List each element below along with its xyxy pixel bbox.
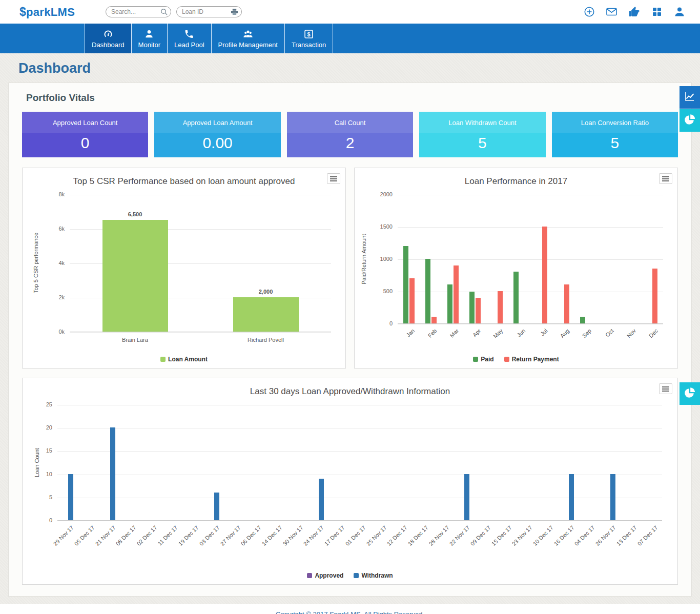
x-axis-label: 08 Dec 17 bbox=[115, 524, 137, 547]
grid-line bbox=[398, 227, 663, 228]
x-axis-label: 01 Dec 17 bbox=[344, 524, 367, 547]
search-icon[interactable] bbox=[160, 8, 168, 17]
x-axis-label: 02 Dec 17 bbox=[136, 524, 158, 547]
stat-value: 0.00 bbox=[154, 133, 280, 157]
loan-id-box bbox=[176, 6, 242, 17]
grid-line bbox=[398, 259, 663, 260]
x-axis-label: Jan bbox=[405, 328, 416, 338]
line-chart-icon bbox=[684, 90, 696, 105]
tab-profile-management[interactable]: Profile Management bbox=[212, 24, 285, 53]
legend-item[interactable]: Return Payment bbox=[504, 356, 559, 363]
x-axis-label: Aug bbox=[559, 328, 570, 339]
chart-title: Top 5 CSR Performance based on loan amou… bbox=[49, 176, 319, 187]
x-axis-label: 18 Dec 17 bbox=[407, 524, 429, 547]
chart-legend: ApprovedWithdrawn bbox=[29, 569, 671, 579]
csr-performance-chart: Top 5 CSR Performance based on loan amou… bbox=[22, 168, 346, 369]
chart-context-menu-button[interactable] bbox=[659, 173, 672, 184]
chart-legend: PaidReturn Payment bbox=[361, 353, 671, 363]
grid-line bbox=[398, 324, 663, 324]
x-axis-label: Apr bbox=[471, 328, 482, 338]
pie-chart-toggle-button[interactable] bbox=[680, 109, 700, 132]
stat-label: Loan Withdrawn Count bbox=[419, 112, 545, 133]
section-title: Portfolio Vitals bbox=[26, 92, 678, 104]
x-axis-label: Jun bbox=[516, 328, 526, 338]
y-axis-label: 4k bbox=[40, 260, 65, 266]
stat-card-approved-loan-count: Approved Loan Count 0 bbox=[22, 112, 148, 157]
brand-park: park bbox=[26, 6, 51, 18]
apps-grid-icon[interactable] bbox=[650, 6, 663, 18]
stat-card-approved-loan-amount: Approved Loan Amount 0.00 bbox=[154, 112, 280, 157]
brand-dollar-glyph: $ bbox=[19, 5, 26, 18]
legend-item[interactable]: Paid bbox=[473, 356, 493, 363]
tab-dashboard[interactable]: Dashboard bbox=[85, 24, 132, 53]
chart-bar bbox=[403, 246, 408, 323]
legend-item[interactable]: Withdrawn bbox=[354, 572, 393, 579]
chart-bar bbox=[102, 220, 168, 332]
grid-line bbox=[398, 195, 663, 195]
brand-logo: $parkLMS bbox=[19, 5, 100, 19]
x-axis-label: Sep bbox=[581, 328, 592, 339]
header-icon-bar bbox=[583, 6, 686, 18]
user-icon[interactable] bbox=[673, 6, 686, 18]
tab-monitor[interactable]: Monitor bbox=[132, 24, 168, 53]
x-axis-label: 24 Nov 17 bbox=[302, 524, 325, 547]
chart-bar bbox=[564, 284, 569, 323]
legend-swatch bbox=[473, 357, 478, 362]
x-axis-label: 07 Dec 17 bbox=[636, 524, 658, 547]
tab-transaction[interactable]: $ Transaction bbox=[285, 24, 333, 53]
chart-bar bbox=[469, 292, 475, 323]
y-axis-label: 2k bbox=[40, 294, 65, 300]
x-axis-label: 06 Dec 17 bbox=[240, 524, 262, 547]
y-axis-label: 1000 bbox=[368, 256, 393, 262]
grid-line bbox=[57, 428, 662, 428]
legend-swatch bbox=[354, 573, 359, 578]
line-chart-toggle-button[interactable] bbox=[680, 86, 700, 109]
stat-value: 5 bbox=[552, 133, 678, 157]
tab-lead-pool[interactable]: Lead Pool bbox=[168, 24, 212, 53]
add-circle-icon[interactable] bbox=[583, 6, 595, 18]
legend-swatch bbox=[307, 573, 312, 578]
page-content: Dashboard Portfolio Vitals Approved Loan… bbox=[0, 53, 700, 604]
y-axis-label: 15 bbox=[28, 447, 52, 454]
y-axis-label: 2000 bbox=[368, 191, 393, 197]
y-axis-label: 25 bbox=[28, 401, 52, 407]
mail-icon[interactable] bbox=[605, 6, 618, 18]
legend-swatch bbox=[504, 357, 509, 362]
chart-context-menu-button[interactable] bbox=[327, 173, 340, 184]
x-axis-label: 13 Dec 17 bbox=[615, 524, 638, 547]
y-axis-label: 500 bbox=[368, 288, 393, 294]
y-axis-label: 0 bbox=[28, 517, 52, 523]
chart-bar bbox=[454, 265, 459, 323]
grid-line bbox=[398, 292, 663, 292]
pie-chart-toggle-button-bottom[interactable] bbox=[680, 382, 700, 405]
y-axis-title: Loan Count bbox=[34, 405, 40, 520]
data-label: 6,500 bbox=[115, 211, 156, 217]
data-label: 2,000 bbox=[245, 289, 286, 295]
y-axis-title: Paid/Return Amount bbox=[361, 195, 367, 323]
x-axis-label: 05 Dec 17 bbox=[73, 524, 96, 547]
thumbs-up-icon[interactable] bbox=[628, 6, 641, 18]
gauge-icon bbox=[102, 29, 114, 39]
fax-icon[interactable] bbox=[231, 8, 238, 17]
x-axis-label: 17 Dec 17 bbox=[323, 524, 346, 547]
legend-item[interactable]: Loan Amount bbox=[160, 356, 208, 363]
chart-title: Loan Performance in 2017 bbox=[381, 176, 651, 187]
chart-context-menu-button[interactable] bbox=[659, 383, 672, 394]
x-axis-label: 25 Nov 17 bbox=[365, 524, 387, 547]
x-axis-label: 23 Nov 17 bbox=[511, 524, 533, 547]
chart-bar bbox=[498, 291, 503, 323]
chart-bar bbox=[214, 493, 219, 520]
x-axis-label: 10 Dec 17 bbox=[532, 524, 554, 547]
x-axis-label: Nov bbox=[625, 328, 636, 339]
pie-chart-icon bbox=[684, 386, 696, 401]
chart-bar bbox=[513, 272, 519, 323]
chart-legend: Loan Amount bbox=[29, 353, 339, 363]
phone-icon bbox=[184, 29, 194, 39]
legend-label: Approved bbox=[315, 572, 343, 579]
charts-row: Top 5 CSR Performance based on loan amou… bbox=[22, 168, 678, 369]
stat-value: 0 bbox=[22, 133, 148, 157]
legend-item[interactable]: Approved bbox=[307, 572, 343, 579]
tab-label: Transaction bbox=[292, 41, 326, 49]
chart-bar bbox=[233, 297, 299, 332]
y-axis-label: 1500 bbox=[368, 223, 393, 230]
